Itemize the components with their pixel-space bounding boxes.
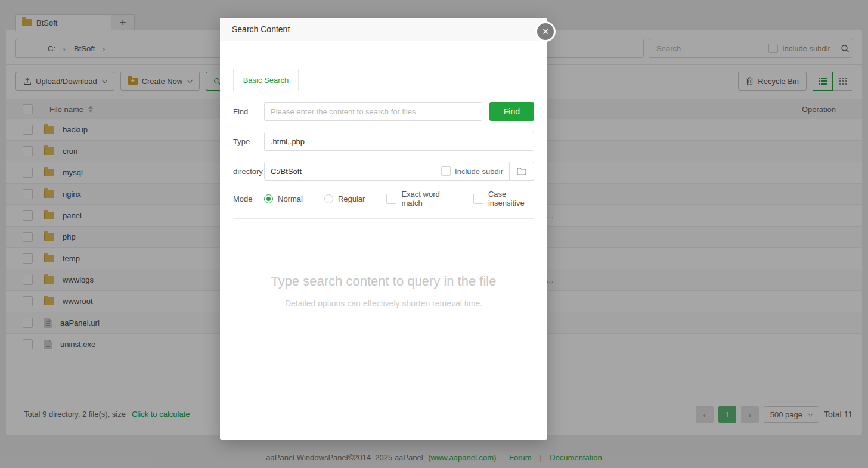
case-insensitive-label: Case insensitive [488,190,534,207]
modal-header: Search Content [220,18,547,41]
exact-word-label: Exact word match [401,190,451,207]
type-row: Type [233,132,534,151]
mode-regular-option[interactable]: Regular [324,194,365,203]
case-insensitive-option[interactable]: Case insensitive [473,190,534,207]
mode-normal-label: Normal [278,194,303,203]
exact-word-checkbox[interactable] [386,194,396,204]
exact-word-option[interactable]: Exact word match [386,190,451,207]
modal-title: Search Content [232,24,290,34]
type-label: Type [233,137,264,146]
find-label: Find [233,107,264,116]
mode-regular-label: Regular [338,194,365,203]
browse-folder-button[interactable] [509,162,534,180]
modal-tabs: Basic Search [233,69,534,91]
directory-row: directory Include subdir [233,162,534,181]
tab-basic-search[interactable]: Basic Search [233,69,299,91]
directory-field: Include subdir [264,162,534,181]
dir-include-subdir-checkbox[interactable] [441,166,451,176]
empty-state-subtitle: Detailed options can effectively shorten… [233,299,534,308]
mode-label: Mode [233,194,264,203]
mode-normal-option[interactable]: Normal [264,194,303,203]
dir-include-subdir-label: Include subdir [455,167,503,176]
modal-close-button[interactable]: ✕ [535,21,556,42]
search-content-modal: ✕ Search Content Basic Search Find Find … [220,18,547,440]
modal-body: Basic Search Find Find Type directory In… [220,69,547,308]
case-insensitive-checkbox[interactable] [473,194,483,204]
find-row: Find Find [233,102,534,121]
mode-row: Mode Normal Regular Exact word match Cas… [233,190,534,207]
directory-label: directory [233,167,264,176]
find-button[interactable]: Find [489,102,534,121]
file-manager-app: BtSoft ✕ + C: › BtSoft › Include subdir [0,0,868,468]
find-input[interactable] [264,102,482,121]
folder-outline-icon [517,167,526,175]
modal-divider [233,218,534,219]
directory-input[interactable] [265,167,441,176]
radio-icon[interactable] [324,194,333,203]
type-input[interactable] [264,132,534,151]
radio-selected-icon[interactable] [264,194,273,203]
empty-state-title: Type search content to query in the file [233,274,534,289]
